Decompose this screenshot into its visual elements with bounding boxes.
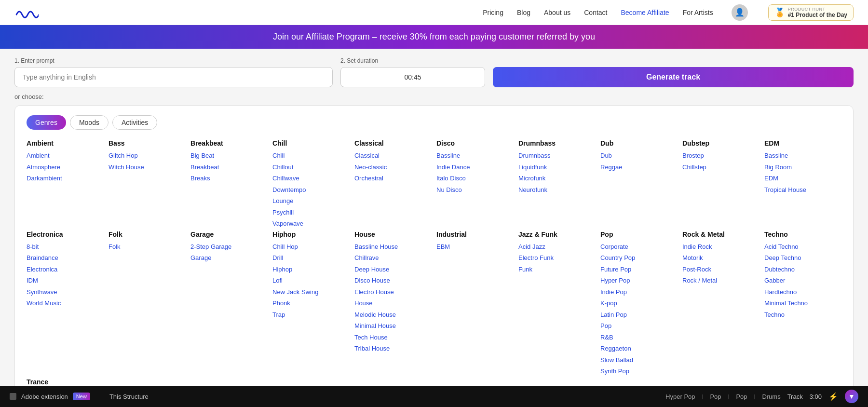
genre-item[interactable]: Brostep xyxy=(682,151,760,161)
duration-input[interactable] xyxy=(340,67,485,87)
genre-item[interactable]: Rock / Metal xyxy=(682,276,760,285)
genre-item[interactable]: Braindance xyxy=(27,253,104,263)
genre-item[interactable]: Chillwave xyxy=(272,174,350,183)
genre-item[interactable]: R&B xyxy=(600,333,678,342)
genre-item[interactable]: Italo Disco xyxy=(436,174,514,183)
tab-activities[interactable]: Activities xyxy=(112,115,157,130)
genre-item[interactable]: K-pop xyxy=(600,298,678,308)
genre-item[interactable]: Electro House xyxy=(354,287,432,297)
genre-item[interactable]: Acid Techno xyxy=(764,242,841,252)
genre-item[interactable]: Pop xyxy=(600,321,678,331)
genre-item[interactable]: Electronica xyxy=(27,265,104,274)
genre-item[interactable]: Atmosphere xyxy=(27,163,104,172)
genre-item[interactable]: EBM xyxy=(436,242,514,252)
genre-item[interactable]: Tribal House xyxy=(354,344,432,353)
genre-item[interactable]: Liquidfunk xyxy=(518,163,596,172)
genre-item[interactable]: Disco House xyxy=(354,276,432,285)
genre-item[interactable]: Downtempo xyxy=(272,185,350,195)
genre-item[interactable]: Neurofunk xyxy=(518,185,596,195)
tab-moods[interactable]: Moods xyxy=(70,115,108,130)
genre-item[interactable]: Drill xyxy=(272,253,350,263)
genre-item[interactable]: Funk xyxy=(518,265,596,274)
nav-for-artists[interactable]: For Artists xyxy=(683,9,713,16)
genre-item[interactable]: Lounge xyxy=(272,196,350,206)
bb-circle-icon[interactable]: ▼ xyxy=(845,390,858,403)
tab-genres[interactable]: Genres xyxy=(27,115,66,130)
nav-contact[interactable]: Contact xyxy=(584,9,607,16)
genre-item[interactable]: Trap xyxy=(272,310,350,320)
genre-item[interactable]: Classical xyxy=(354,151,432,161)
affiliate-banner[interactable]: Join our Affiliate Program – receive 30%… xyxy=(0,25,868,49)
genre-item[interactable]: Bassline House xyxy=(354,242,432,252)
genre-item[interactable]: Latin Pop xyxy=(600,310,678,320)
genre-item[interactable]: World Music xyxy=(27,298,104,308)
genre-item[interactable]: Indie Pop xyxy=(600,287,678,297)
genre-item[interactable]: Acid Jazz xyxy=(518,242,596,252)
genre-item[interactable]: Microfunk xyxy=(518,174,596,183)
genre-item[interactable]: Techno xyxy=(764,310,841,320)
genre-item[interactable]: Slow Ballad xyxy=(600,355,678,365)
genre-item[interactable]: Big Beat xyxy=(190,151,268,161)
genre-item[interactable]: Gabber xyxy=(764,276,841,285)
genre-item[interactable]: Dubtechno xyxy=(764,265,841,274)
genre-item[interactable]: Orchestral xyxy=(354,174,432,183)
genre-item[interactable]: Bassline xyxy=(436,151,514,161)
genre-item[interactable]: New Jack Swing xyxy=(272,287,350,297)
genre-item[interactable]: Lofi xyxy=(272,276,350,285)
genre-item[interactable]: Big Room xyxy=(764,163,841,172)
product-hunt-badge[interactable]: 🏅 PRODUCT HUNT #1 Product of the Day xyxy=(768,4,854,21)
genre-item[interactable]: Ambient xyxy=(27,151,104,161)
genre-item[interactable]: Neo-classic xyxy=(354,163,432,172)
genre-item[interactable]: Witch House xyxy=(108,163,186,172)
genre-item[interactable]: Minimal Techno xyxy=(764,298,841,308)
genre-item[interactable]: Country Pop xyxy=(600,253,678,263)
nav-pricing[interactable]: Pricing xyxy=(483,9,503,16)
genre-item[interactable]: Chillout xyxy=(272,163,350,172)
genre-item[interactable]: Post-Rock xyxy=(682,265,760,274)
genre-item[interactable]: House xyxy=(354,298,432,308)
genre-item[interactable]: Deep House xyxy=(354,265,432,274)
genre-item[interactable]: Minimal House xyxy=(354,321,432,331)
avatar[interactable]: 👤 xyxy=(732,4,748,21)
genre-item[interactable]: Indie Rock xyxy=(682,242,760,252)
genre-item[interactable]: Nu Disco xyxy=(436,185,514,195)
genre-item[interactable]: Motorik xyxy=(682,253,760,263)
genre-item[interactable]: Reggaeton xyxy=(600,344,678,353)
genre-item[interactable]: 8-bit xyxy=(27,242,104,252)
genre-item[interactable]: Electro Funk xyxy=(518,253,596,263)
genre-item[interactable]: Chill Hop xyxy=(272,242,350,252)
genre-item[interactable]: Tropical House xyxy=(764,185,841,195)
genre-item[interactable]: Darkambient xyxy=(27,174,104,183)
genre-item[interactable]: Deep Techno xyxy=(764,253,841,263)
genre-item[interactable]: IDM xyxy=(27,276,104,285)
genre-item[interactable]: Drumnbass xyxy=(518,151,596,161)
genre-item[interactable]: Folk xyxy=(108,242,186,252)
genre-item[interactable]: Dub xyxy=(600,151,678,161)
genre-item[interactable]: Breaks xyxy=(190,174,268,183)
genre-item[interactable]: Breakbeat xyxy=(190,163,268,172)
nav-blog[interactable]: Blog xyxy=(517,9,530,16)
genre-item[interactable]: Glitch Hop xyxy=(108,151,186,161)
genre-item[interactable]: Future Pop xyxy=(600,265,678,274)
genre-item[interactable]: Bassline xyxy=(764,151,841,161)
genre-item[interactable]: Chillrave xyxy=(354,253,432,263)
genre-item[interactable]: 2-Step Garage xyxy=(190,242,268,252)
generate-button[interactable]: Generate track xyxy=(493,67,854,87)
genre-item[interactable]: Tech House xyxy=(354,333,432,342)
genre-item[interactable]: Hardtechno xyxy=(764,287,841,297)
genre-item[interactable]: Hyper Pop xyxy=(600,276,678,285)
genre-item[interactable]: Indie Dance xyxy=(436,163,514,172)
genre-item[interactable]: Hiphop xyxy=(272,265,350,274)
nav-become-affiliate[interactable]: Become Affiliate xyxy=(621,9,669,16)
genre-item[interactable]: Reggae xyxy=(600,163,678,172)
logo[interactable] xyxy=(14,5,39,20)
genre-item[interactable]: Vaporwave xyxy=(272,219,350,229)
genre-item[interactable]: EDM xyxy=(764,174,841,183)
genre-item[interactable]: Psychill xyxy=(272,208,350,217)
genre-item[interactable]: Synth Pop xyxy=(600,366,678,376)
genre-item[interactable]: Garage xyxy=(190,253,268,263)
genre-item[interactable]: Synthwave xyxy=(27,287,104,297)
genre-item[interactable]: Chillstep xyxy=(682,163,760,172)
genre-item[interactable]: Melodic House xyxy=(354,310,432,320)
genre-item[interactable]: Corporate xyxy=(600,242,678,252)
